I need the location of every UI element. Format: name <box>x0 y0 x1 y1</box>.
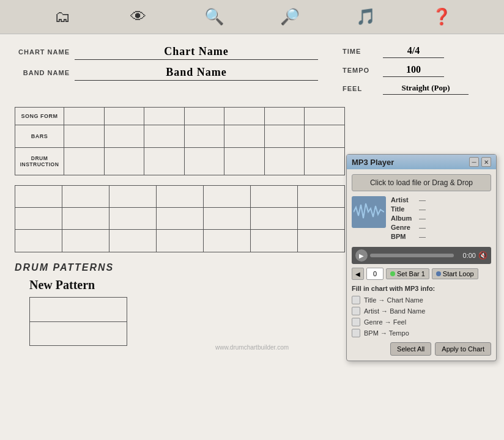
mp3-waveform <box>352 196 386 228</box>
music-note-icon[interactable]: 🎵 <box>352 5 379 29</box>
grid2-cell[interactable] <box>62 230 109 252</box>
grid2-cell[interactable] <box>204 230 251 252</box>
mp3-bottom-buttons: Select All Apply to Chart <box>352 342 491 356</box>
mp3-title-buttons: ─ ✕ <box>469 157 491 167</box>
mp3-info-section: Artist — Title — Album — Genre — <box>352 196 491 242</box>
chart-cell[interactable] <box>64 148 105 175</box>
grid2-cell[interactable] <box>62 186 109 207</box>
time-row: TIME 4/4 <box>343 44 489 58</box>
chart-cell[interactable] <box>105 125 145 147</box>
grid2-cell[interactable] <box>298 208 344 229</box>
mp3-player-title: MP3 Player <box>352 158 394 167</box>
chart-cell[interactable] <box>305 125 344 147</box>
mp3-start-loop-button[interactable]: Start Loop <box>432 268 478 279</box>
mp3-genre-label: Genre <box>391 224 417 231</box>
grid2-cell[interactable] <box>251 230 298 252</box>
pattern-row[interactable] <box>30 298 127 322</box>
mp3-fill-artist-checkbox[interactable] <box>352 307 360 315</box>
mp3-fill-artist-row: Artist → Band Name <box>352 307 491 315</box>
pattern-row[interactable] <box>30 322 127 346</box>
grid2-cell[interactable] <box>157 186 204 207</box>
mp3-play-button[interactable]: ▶ <box>355 249 368 262</box>
tempo-value[interactable]: 100 <box>383 63 444 77</box>
grid2-cell[interactable] <box>15 208 62 229</box>
mp3-apply-to-chart-button[interactable]: Apply to Chart <box>435 342 491 356</box>
grid2-cell[interactable] <box>204 186 251 207</box>
chart-cell[interactable] <box>64 108 105 125</box>
chart-cell[interactable] <box>265 125 305 147</box>
chart-cell[interactable] <box>144 148 185 175</box>
start-loop-dot <box>436 271 441 276</box>
chart-grid: SONG FORM BARS <box>15 107 345 175</box>
mp3-volume-button[interactable]: 🔇 <box>478 251 487 260</box>
mp3-fill-genre-checkbox[interactable] <box>352 318 360 326</box>
mp3-genre-value: — <box>419 224 426 231</box>
song-form-label: SONG FORM <box>15 108 64 125</box>
zoom-in-icon[interactable]: 🔍 <box>201 5 228 29</box>
grid2-cell[interactable] <box>15 186 62 207</box>
time-value[interactable]: 4/4 <box>383 44 444 58</box>
chart-cell[interactable] <box>105 148 145 175</box>
band-name-value[interactable]: Band Name <box>75 65 318 81</box>
chart-cell[interactable] <box>144 125 185 147</box>
mp3-fill-bpm-text: BPM → Tempo <box>364 329 409 337</box>
mp3-load-button[interactable]: Click to load file or Drag & Drop <box>352 174 491 191</box>
chart-cell[interactable] <box>265 108 305 125</box>
mp3-bar-prev-button[interactable]: ◀ <box>352 268 364 280</box>
eye-icon[interactable]: 👁 <box>125 5 152 29</box>
grid2-cell[interactable] <box>298 230 344 252</box>
mp3-bpm-label: BPM <box>391 233 417 240</box>
chart-cell[interactable] <box>185 125 225 147</box>
chart-cell[interactable] <box>305 148 344 175</box>
song-form-row: SONG FORM <box>15 108 344 125</box>
mp3-artist-row: Artist — <box>391 196 491 204</box>
chart-cell[interactable] <box>224 108 265 125</box>
grid2-cell[interactable] <box>251 186 298 207</box>
grid2-cell[interactable] <box>109 186 157 207</box>
chart-header-left: CHART NAME Chart Name BAND NAME Band Nam… <box>15 44 318 100</box>
help-icon[interactable]: ❓ <box>428 5 455 29</box>
grid2-cell[interactable] <box>109 230 157 252</box>
mp3-minimize-button[interactable]: ─ <box>469 157 479 167</box>
mp3-progress-bar[interactable] <box>370 254 454 257</box>
chart-header: CHART NAME Chart Name BAND NAME Band Nam… <box>15 44 489 100</box>
feel-value[interactable]: Straight (Pop) <box>383 82 469 95</box>
grid2-cell[interactable] <box>251 208 298 229</box>
chart-name-label: CHART NAME <box>15 48 70 56</box>
chart-grid2 <box>15 185 345 252</box>
grid2-cell[interactable] <box>157 230 204 252</box>
chart-cell[interactable] <box>265 148 305 175</box>
chart-cell[interactable] <box>224 148 265 175</box>
zoom-out-icon[interactable]: 🔎 <box>276 5 303 29</box>
mp3-bar-number[interactable]: 0 <box>366 268 384 280</box>
mp3-fill-title-checkbox[interactable] <box>352 296 360 304</box>
chart-cell[interactable] <box>185 108 225 125</box>
grid2-cell[interactable] <box>15 230 62 252</box>
chart-cell[interactable] <box>185 148 225 175</box>
mp3-bar-controls: ◀ 0 Set Bar 1 Start Loop <box>352 268 491 280</box>
tempo-label: TEMPO <box>343 67 378 74</box>
mp3-titlebar[interactable]: MP3 Player ─ ✕ <box>347 155 496 169</box>
grid2-cell[interactable] <box>157 208 204 229</box>
chart-cell[interactable] <box>105 108 145 125</box>
grid2-cell[interactable] <box>298 186 344 207</box>
drum-instruction-row: DRUM INSTRUCTION <box>15 148 344 175</box>
mp3-fill-bpm-checkbox[interactable] <box>352 329 360 337</box>
chart-cell[interactable] <box>64 125 105 147</box>
grid2-cell[interactable] <box>109 208 157 229</box>
grid2-cell[interactable] <box>204 208 251 229</box>
mp3-close-button[interactable]: ✕ <box>481 157 491 167</box>
mp3-album-value: — <box>419 215 426 222</box>
mp3-playback-controls: ▶ 0:00 🔇 <box>352 247 491 264</box>
grid2-row <box>15 230 344 252</box>
chart-cell[interactable] <box>224 125 265 147</box>
mp3-fill-genre-text: Genre → Feel <box>364 318 406 326</box>
folder-icon[interactable]: 🗂 <box>49 5 76 29</box>
chart-cell[interactable] <box>144 108 185 125</box>
mp3-set-bar-button[interactable]: Set Bar 1 <box>386 268 429 279</box>
grid2-cell[interactable] <box>62 208 109 229</box>
chart-name-value[interactable]: Chart Name <box>75 44 318 60</box>
mp3-select-all-button[interactable]: Select All <box>390 342 431 356</box>
band-name-label: BAND NAME <box>15 69 70 76</box>
chart-cell[interactable] <box>305 108 344 125</box>
